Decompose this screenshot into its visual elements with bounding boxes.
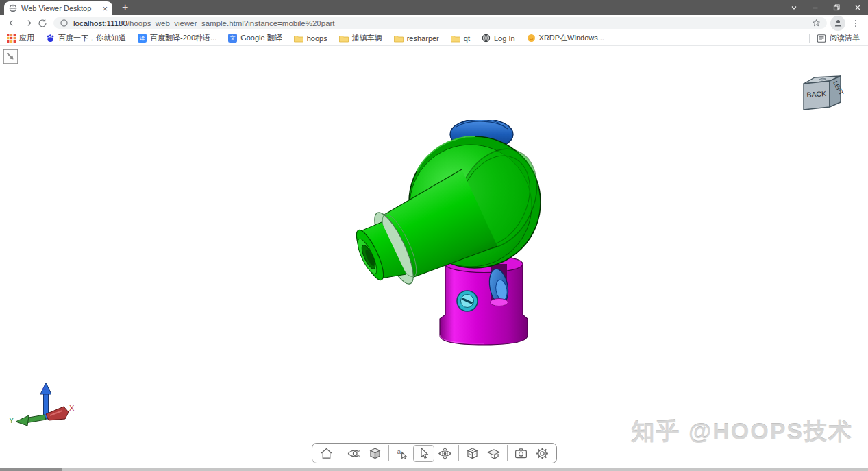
forward-arrow-icon[interactable] xyxy=(20,16,35,31)
axis-z-label: Z xyxy=(42,383,47,391)
bookmark-label: 浦镇车辆 xyxy=(352,33,382,43)
bookmark-label: hoops xyxy=(307,34,327,43)
bookmarks-bar: 应用 百度一下，你就知道 译 百度翻译-200种语... 文 Google 翻译… xyxy=(0,31,868,46)
settings-gear-icon[interactable] xyxy=(532,445,553,462)
bookmark-label: resharper xyxy=(407,34,439,43)
snapshot-icon[interactable] xyxy=(510,445,532,462)
reading-list-button[interactable]: 阅读清单 xyxy=(817,33,860,43)
bookmark-label: 百度一下，你就知道 xyxy=(58,33,126,43)
url-host: localhost:11180 xyxy=(73,19,127,27)
orange-dot-icon xyxy=(527,34,536,43)
bookmark-item[interactable]: resharper xyxy=(394,34,439,43)
reading-list-icon xyxy=(817,34,826,43)
star-icon[interactable] xyxy=(811,18,821,28)
navcube-front-label[interactable]: BACK xyxy=(806,89,826,99)
globe-favicon-icon xyxy=(9,4,17,12)
model-screw-cyan[interactable] xyxy=(457,291,478,311)
reading-list-label: 阅读清单 xyxy=(830,33,860,43)
address-bar: localhost:11180/hoops_web_viewer_sample.… xyxy=(0,15,868,31)
view-orientation-icon[interactable] xyxy=(343,445,364,462)
scrollbar-thumb[interactable] xyxy=(0,468,62,471)
browser-window: Web Viewer Desktop × + xyxy=(0,0,868,471)
browser-tab[interactable]: Web Viewer Desktop × xyxy=(4,1,112,15)
close-icon[interactable] xyxy=(847,0,868,15)
axis-triad: Z Y X xyxy=(3,378,79,443)
globe-icon xyxy=(482,34,491,43)
bookmarks-divider xyxy=(809,34,810,43)
bookmark-item[interactable]: XRDP在Windows... xyxy=(527,33,604,43)
bookmark-label: Google 翻译 xyxy=(240,33,282,43)
kebab-menu-icon[interactable] xyxy=(848,16,863,31)
window-controls xyxy=(783,0,868,15)
apps-grid-icon xyxy=(7,34,16,43)
baidu-translate-icon: 译 xyxy=(138,34,147,43)
toolbar-divider xyxy=(458,445,459,461)
bookmark-label: XRDP在Windows... xyxy=(539,33,604,43)
reload-icon[interactable] xyxy=(35,16,50,31)
toolbar-divider xyxy=(340,445,340,461)
bookmark-item[interactable]: 文 Google 翻译 xyxy=(228,33,282,43)
info-icon xyxy=(60,19,69,27)
bookmark-item[interactable]: 浦镇车辆 xyxy=(339,33,382,43)
axis-y-label: Y xyxy=(9,416,14,424)
webviewer-viewport[interactable]: BACK LEFT xyxy=(0,46,868,471)
folder-icon xyxy=(394,34,404,43)
apps-shortcut[interactable]: 应用 xyxy=(7,33,34,43)
bookmark-label: 百度翻译-200种语... xyxy=(150,33,216,43)
avatar-icon[interactable] xyxy=(830,16,845,31)
baidu-paw-icon xyxy=(46,34,55,43)
minimize-icon[interactable] xyxy=(804,0,826,15)
toolbar-divider xyxy=(388,445,389,461)
chevron-down-icon[interactable] xyxy=(783,0,804,15)
url-path: /hoops_web_viewer_sample.html?instance=m… xyxy=(127,19,335,27)
explode-icon[interactable] xyxy=(462,445,483,462)
toolbar-divider xyxy=(507,445,508,461)
orbit-icon[interactable] xyxy=(434,445,456,462)
bookmark-label: Log In xyxy=(494,34,515,43)
tab-title: Web Viewer Desktop xyxy=(21,4,98,12)
home-icon[interactable] xyxy=(316,445,337,462)
tab-bar: Web Viewer Desktop × + xyxy=(0,0,868,15)
new-tab-button[interactable]: + xyxy=(122,1,128,14)
bookmark-item[interactable]: qt xyxy=(451,34,470,43)
render-mode-cube-icon[interactable] xyxy=(364,445,386,462)
panel-toggle-icon[interactable] xyxy=(3,49,18,64)
navigation-cube[interactable]: BACK LEFT xyxy=(798,64,846,119)
model-base-magenta[interactable] xyxy=(440,256,528,346)
model-canvas[interactable] xyxy=(336,120,562,357)
browser-actions xyxy=(830,16,863,31)
folder-icon xyxy=(294,34,303,43)
bookmark-item[interactable]: Log In xyxy=(482,34,515,43)
cutting-plane-icon[interactable] xyxy=(483,445,504,462)
viewer-toolbar: a xyxy=(312,443,557,463)
horizontal-scrollbar[interactable] xyxy=(0,468,868,471)
bookmark-item[interactable]: hoops xyxy=(294,34,327,43)
bookmark-item[interactable]: 百度一下，你就知道 xyxy=(46,33,126,43)
back-arrow-icon[interactable] xyxy=(5,16,20,31)
url-text: localhost:11180/hoops_web_viewer_sample.… xyxy=(73,19,807,27)
folder-icon xyxy=(339,34,349,43)
apps-label: 应用 xyxy=(19,33,34,43)
bookmark-label: qt xyxy=(464,34,470,43)
google-translate-icon: 文 xyxy=(228,34,237,43)
select-annotation-icon[interactable]: a xyxy=(392,445,413,462)
tab-close-icon[interactable]: × xyxy=(102,4,108,13)
svg-text:a: a xyxy=(397,447,401,455)
bookmark-item[interactable]: 译 百度翻译-200种语... xyxy=(138,33,216,43)
restore-icon[interactable] xyxy=(826,0,847,15)
select-arrow-icon[interactable] xyxy=(413,445,434,462)
omnibox[interactable]: localhost:11180/hoops_web_viewer_sample.… xyxy=(53,17,827,29)
folder-icon xyxy=(451,34,460,43)
watermark: 知乎 @HOOPS技术 xyxy=(632,416,853,448)
axis-x-label: X xyxy=(69,404,75,412)
